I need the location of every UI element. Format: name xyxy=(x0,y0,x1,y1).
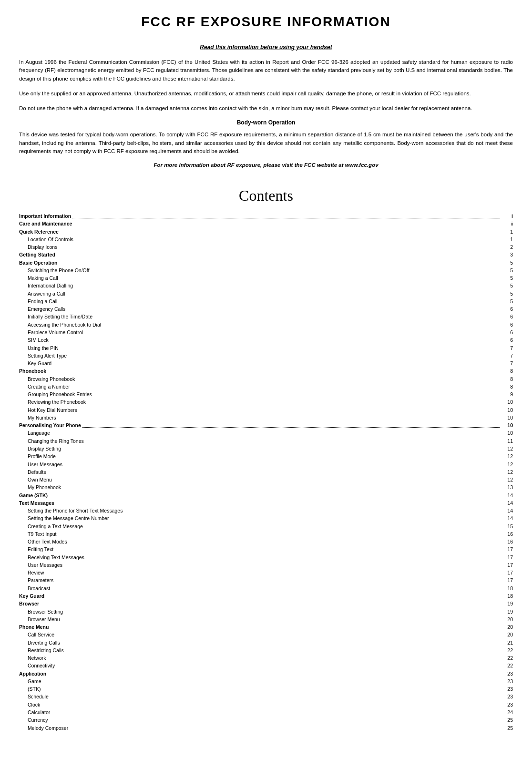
toc-page: 7 xyxy=(499,359,513,367)
toc-label: Restricting Calls xyxy=(19,646,499,654)
toc-page: 20 xyxy=(499,615,513,623)
toc-entry: Game (STK)14 xyxy=(19,492,513,499)
toc-page: 14 xyxy=(499,499,513,507)
toc-entry: Currency25 xyxy=(19,716,513,724)
toc-page: ii xyxy=(499,220,513,227)
toc-entry: Defaults12 xyxy=(19,468,513,476)
toc-label: Profile Mode xyxy=(19,452,499,460)
toc-entry: Network22 xyxy=(19,654,513,662)
toc-page: 10 xyxy=(499,406,513,414)
toc-label: Initially Setting the Time/Date xyxy=(19,313,499,320)
toc-label: Melody Composer xyxy=(19,724,499,732)
toc-page: 23 xyxy=(499,701,513,708)
toc-page: 8 xyxy=(499,367,513,375)
toc-label: User Messages xyxy=(19,461,499,468)
toc-page: 5 xyxy=(499,267,513,274)
toc-entry: Getting Started3 xyxy=(19,251,513,258)
toc-entry: User Messages12 xyxy=(19,461,513,468)
toc-label: Key Guard xyxy=(19,359,499,367)
toc-entry: Own Menu12 xyxy=(19,476,513,483)
toc-label: User Messages xyxy=(19,561,499,569)
toc-entry: Using the PIN7 xyxy=(19,344,513,352)
toc-label: Creating a Text Message xyxy=(19,523,499,530)
toc-label: (STK) xyxy=(19,685,499,693)
toc-entry: Clock23 xyxy=(19,701,513,708)
toc-page: 6 xyxy=(499,305,513,313)
fcc-website-note: For more information about RF exposure, … xyxy=(19,162,513,168)
toc-page: 1 xyxy=(499,236,513,243)
toc-entry: Grouping Phonebook Entries9 xyxy=(19,390,513,398)
toc-page: 6 xyxy=(499,313,513,320)
toc-page: 22 xyxy=(499,646,513,654)
toc-entry: Application23 xyxy=(19,670,513,677)
toc-page: 18 xyxy=(499,585,513,592)
body-worn-text: This device was tested for typical body-… xyxy=(19,131,513,155)
toc-entry: Other Text Modes16 xyxy=(19,538,513,545)
toc-entry: Initially Setting the Time/Date6 xyxy=(19,313,513,320)
toc-entry: Profile Mode12 xyxy=(19,452,513,460)
toc-entry: Personalising Your Phone10 xyxy=(19,421,513,429)
toc-page: 18 xyxy=(499,592,513,600)
toc-entry: Receiving Text Messages17 xyxy=(19,554,513,561)
toc-label: Setting the Phone for Short Text Message… xyxy=(19,507,499,514)
toc-page: 6 xyxy=(499,321,513,328)
toc-entry: Location Of Controls1 xyxy=(19,236,513,243)
toc-label: Location Of Controls xyxy=(19,236,499,243)
toc-label: Key Guard xyxy=(19,592,499,600)
toc-label: Browsing Phonebook xyxy=(19,375,499,383)
toc-entry: Changing the Ring Tones11 xyxy=(19,437,513,445)
toc-label: Display Icons xyxy=(19,243,499,251)
toc-entry: Setting Alert Type7 xyxy=(19,352,513,359)
toc-entry: Parameters17 xyxy=(19,576,513,584)
toc-page: 10 xyxy=(499,429,513,437)
toc-label: Network xyxy=(19,654,499,662)
toc-entry: SIM Lock6 xyxy=(19,336,513,344)
toc-page: 17 xyxy=(499,545,513,553)
toc-entry: Diverting Calls21 xyxy=(19,639,513,646)
toc-page: 19 xyxy=(499,600,513,607)
toc-entry: Making a Call5 xyxy=(19,274,513,282)
fcc-paragraph-3: Do not use the phone with a damaged ante… xyxy=(19,104,513,113)
toc-entry: Browser Setting19 xyxy=(19,608,513,615)
toc-label: Getting Started xyxy=(19,251,499,258)
toc-label: T9 Text Input xyxy=(19,530,499,538)
toc-page: 20 xyxy=(499,623,513,631)
toc-label: Important Informationi xyxy=(19,212,513,220)
toc-label: Phone Menu xyxy=(19,623,499,631)
toc-label: International Dialling xyxy=(19,282,499,289)
toc-page: 23 xyxy=(499,685,513,693)
toc-entry: (STK)23 xyxy=(19,685,513,693)
toc-label: Switching the Phone On/Off xyxy=(19,267,499,274)
toc-page: 14 xyxy=(499,514,513,522)
toc-label: Creating a Number xyxy=(19,383,499,390)
toc-label: Emergency Calls xyxy=(19,305,499,313)
toc-entry: Phone Menu20 xyxy=(19,623,513,631)
toc-page: 7 xyxy=(499,344,513,352)
toc-page: 21 xyxy=(499,639,513,646)
toc-label: Schedule xyxy=(19,693,499,700)
toc-page: 5 xyxy=(499,297,513,305)
toc-entry: Switching the Phone On/Off5 xyxy=(19,267,513,274)
toc-label: Hot Key Dial Numbers xyxy=(19,406,499,414)
toc-entry: T9 Text Input16 xyxy=(19,530,513,538)
toc-page: 16 xyxy=(499,530,513,538)
toc-page: 5 xyxy=(499,282,513,289)
toc-entry: My Phonebook13 xyxy=(19,483,513,491)
toc-entry: Key Guard18 xyxy=(19,592,513,600)
toc-label: Language xyxy=(19,429,499,437)
toc-label: Browser xyxy=(19,600,499,607)
toc-entry: Emergency Calls6 xyxy=(19,305,513,313)
toc-entry: Browser Menu20 xyxy=(19,615,513,623)
toc-label: Making a Call xyxy=(19,274,499,282)
toc-page: 7 xyxy=(499,352,513,359)
toc-entry: Schedule23 xyxy=(19,693,513,700)
toc-label: Browser Setting xyxy=(19,608,499,615)
toc-page: 5 xyxy=(499,274,513,282)
body-worn-title: Body-worn Operation xyxy=(19,119,513,126)
toc-label: Grouping Phonebook Entries xyxy=(19,390,499,398)
toc-entry: Connectivity22 xyxy=(19,662,513,669)
toc-page: 5 xyxy=(499,259,513,267)
toc-page: 14 xyxy=(499,507,513,514)
toc-entry: Earpiece Volume Control6 xyxy=(19,328,513,336)
toc-entry: Setting the Message Centre Number14 xyxy=(19,514,513,522)
